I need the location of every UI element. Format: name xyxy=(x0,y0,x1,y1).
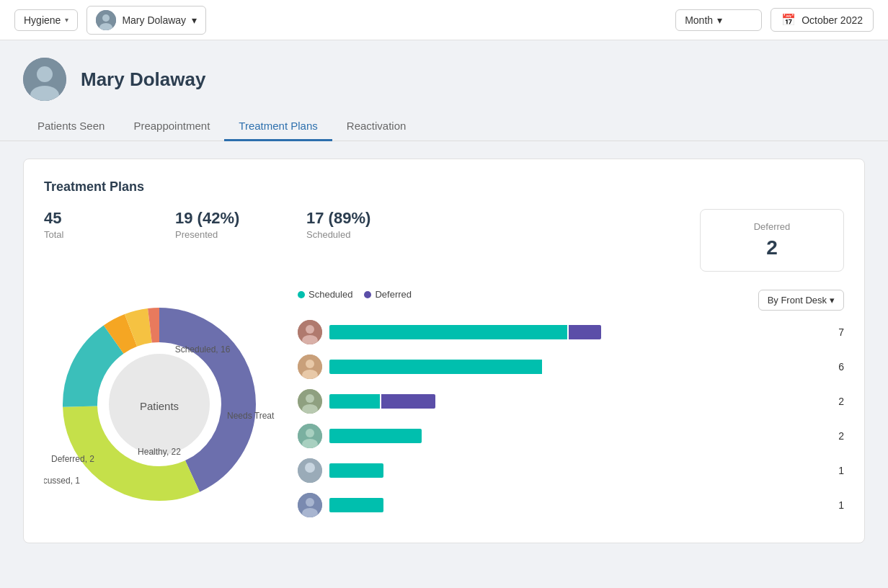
user-chevron-icon: ▾ xyxy=(192,14,197,26)
tab-reactivation[interactable]: Reactivation xyxy=(332,112,421,141)
bar-track-3 xyxy=(329,394,824,409)
stat-scheduled-value: 17 (89%) xyxy=(306,209,438,228)
stats-row: 45 Total 19 (42%) Presented 17 (89%) Sch… xyxy=(44,209,844,272)
user-avatar-img xyxy=(96,10,116,30)
bar-track-4 xyxy=(329,429,824,443)
svg-point-10 xyxy=(306,360,314,368)
bar-avatar-6 xyxy=(298,493,322,517)
bar-row-1: 7 xyxy=(298,320,844,344)
svg-point-7 xyxy=(306,325,314,334)
label-not-discussed: Not Discussed, 1 xyxy=(44,476,80,486)
stat-presented-value: 19 (42%) xyxy=(175,209,306,228)
svg-point-13 xyxy=(306,394,314,403)
bar-side: Scheduled Deferred By Front Desk ▾ xyxy=(298,289,844,517)
donut-center-bg xyxy=(109,354,210,455)
month-dropdown[interactable]: Month ▾ xyxy=(675,9,762,31)
tab-patients-seen[interactable]: Patients Seen xyxy=(23,112,119,141)
donut-chart: Scheduled, 16 Needs Treatment Referral, … xyxy=(44,289,275,520)
calendar-icon: 📅 xyxy=(781,13,796,27)
user-avatar-small xyxy=(96,10,116,30)
bar-avatar-3 xyxy=(298,389,322,414)
tab-treatment-plans[interactable]: Treatment Plans xyxy=(224,112,332,141)
profile-name: Mary Dolaway xyxy=(81,68,205,91)
date-label: October 2022 xyxy=(802,14,863,26)
legend-scheduled: Scheduled xyxy=(298,289,352,300)
profile-avatar-img xyxy=(23,58,66,101)
bar-avatar-5 xyxy=(298,458,322,483)
bar-row-2: 6 xyxy=(298,355,844,379)
svg-point-1 xyxy=(102,14,110,22)
user-dropdown[interactable]: Mary Dolaway ▾ xyxy=(86,6,206,35)
stat-total-label: Total xyxy=(44,229,175,240)
label-scheduled: Scheduled, 16 xyxy=(175,344,231,355)
legend-deferred: Deferred xyxy=(364,289,412,300)
bar-count-2: 6 xyxy=(831,361,844,373)
stat-scheduled-label: Scheduled xyxy=(306,229,438,240)
top-nav-right: Month ▾ 📅 October 2022 xyxy=(675,8,874,32)
stat-presented: 19 (42%) Presented xyxy=(175,209,306,240)
bar-track-2 xyxy=(329,360,824,374)
chart-area: Scheduled, 16 Needs Treatment Referral, … xyxy=(44,289,844,522)
user-name-label: Mary Dolaway xyxy=(122,14,186,26)
date-picker-button[interactable]: 📅 October 2022 xyxy=(771,8,874,32)
bar-purple-3 xyxy=(381,394,435,409)
bar-count-5: 1 xyxy=(831,465,844,476)
bar-count-1: 7 xyxy=(831,326,844,338)
bar-green-5 xyxy=(329,463,383,478)
bar-row-6: 1 xyxy=(298,493,844,517)
bar-green-6 xyxy=(329,498,383,512)
top-nav-left: Hygiene ▾ Mary Dolaway ▾ xyxy=(14,6,206,35)
tabs-container: Patients Seen Preappointment Treatment P… xyxy=(0,101,888,141)
hygiene-dropdown[interactable]: Hygiene ▾ xyxy=(14,9,78,31)
svg-point-22 xyxy=(306,498,314,507)
stat-total-value: 45 xyxy=(44,209,175,228)
legend-scheduled-label: Scheduled xyxy=(308,289,352,300)
label-deferred: Deferred, 2 xyxy=(51,454,94,464)
by-front-desk-chevron-icon: ▾ xyxy=(830,295,835,306)
bar-count-6: 1 xyxy=(831,499,844,511)
chevron-down-icon: ▾ xyxy=(65,16,68,24)
deferred-box: Deferred 2 xyxy=(700,209,844,272)
label-needs-treatment: Needs Treatment xyxy=(227,411,275,421)
bar-row-5: 1 xyxy=(298,458,844,483)
bar-green-3 xyxy=(329,394,380,409)
bar-row-3: 2 xyxy=(298,389,844,414)
bar-track-6 xyxy=(329,498,824,512)
bar-track-5 xyxy=(329,463,824,478)
month-label: Month xyxy=(685,14,713,26)
stat-scheduled: 17 (89%) Scheduled xyxy=(306,209,438,240)
bar-count-4: 2 xyxy=(831,430,844,442)
deferred-label: Deferred xyxy=(724,221,820,232)
stat-total: 45 Total xyxy=(44,209,175,240)
bar-track-1 xyxy=(329,325,824,339)
bar-avatar-4 xyxy=(298,424,322,448)
svg-point-4 xyxy=(37,66,53,82)
bar-green-1 xyxy=(329,325,567,339)
tab-preappointment[interactable]: Preappointment xyxy=(119,112,224,141)
bar-rows: 7 6 xyxy=(298,320,844,517)
month-chevron-icon: ▾ xyxy=(717,14,722,26)
by-front-desk-button[interactable]: By Front Desk ▾ xyxy=(758,290,844,311)
bar-green-4 xyxy=(329,429,422,443)
bar-avatar-1 xyxy=(298,320,322,344)
bar-green-2 xyxy=(329,360,542,374)
legend-row: Scheduled Deferred xyxy=(298,289,412,300)
profile-avatar xyxy=(23,58,66,101)
label-healthy: Healthy, 22 xyxy=(138,447,181,457)
deferred-value: 2 xyxy=(724,236,820,259)
top-nav: Hygiene ▾ Mary Dolaway ▾ Month ▾ 📅 Octob… xyxy=(0,0,888,40)
legend-scheduled-dot xyxy=(298,291,305,298)
bar-count-3: 2 xyxy=(831,396,844,407)
donut-chart-wrapper: Scheduled, 16 Needs Treatment Referral, … xyxy=(44,289,275,522)
svg-point-16 xyxy=(306,429,314,437)
bar-avatar-2 xyxy=(298,355,322,379)
bar-row-4: 2 xyxy=(298,424,844,448)
profile-header: Mary Dolaway xyxy=(0,40,888,101)
tabs: Patients Seen Preappointment Treatment P… xyxy=(23,112,865,141)
by-front-desk-label: By Front Desk xyxy=(768,295,827,306)
stat-presented-label: Presented xyxy=(175,229,306,240)
legend-deferred-label: Deferred xyxy=(375,289,412,300)
card-title: Treatment Plans xyxy=(44,179,844,195)
bar-purple-1 xyxy=(569,325,601,339)
hygiene-label: Hygiene xyxy=(24,14,61,26)
